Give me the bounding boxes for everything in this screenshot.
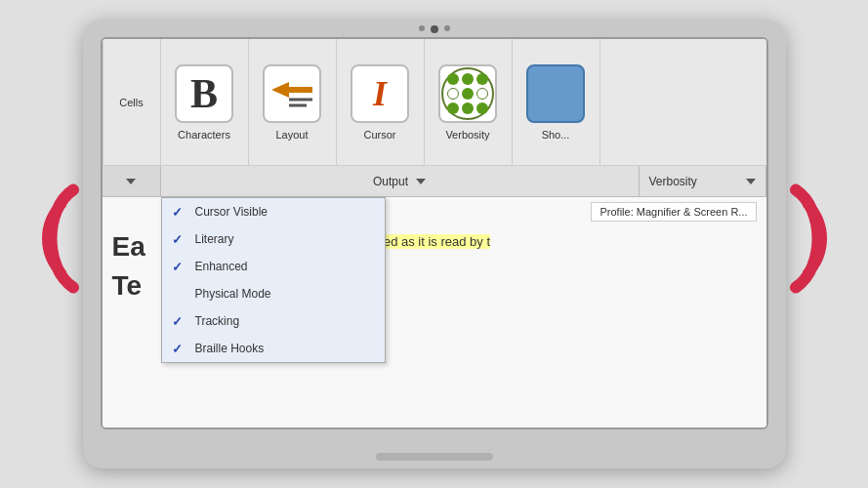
menu-item-cursor-visible[interactable]: ✓ Cursor Visible — [162, 198, 385, 225]
laptop-camera — [419, 25, 450, 33]
toolbar-item-characters[interactable]: B Characters — [161, 39, 249, 165]
v-dot-1 — [447, 73, 459, 85]
verbosity-icon-box — [438, 64, 497, 123]
verbosity-nav-label: Verbosity — [649, 175, 697, 188]
cursor-i-icon: I — [373, 73, 387, 114]
laptop-screen: Cells B Characters — [101, 37, 768, 429]
label-tracking: Tracking — [195, 314, 240, 328]
output-dropdown[interactable]: Output — [161, 166, 640, 196]
check-enhanced: ✓ — [172, 260, 187, 274]
verbosity-dropdown[interactable]: Verbosity — [640, 166, 766, 196]
camera-dot-right — [444, 25, 450, 31]
show-label: Sho... — [542, 129, 570, 141]
content-area: ✓ Cursor Visible ✓ Literary ✓ Enhanced — [103, 197, 766, 427]
label-literary: Literary — [195, 232, 234, 246]
v-dot-9 — [476, 102, 488, 114]
laptop: Cells B Characters — [83, 20, 786, 468]
toolbar-item-layout[interactable]: Layout — [249, 39, 337, 165]
sound-wave-left — [34, 181, 88, 308]
output-label: Output — [373, 175, 408, 188]
cells-label: Cells — [119, 97, 143, 108]
label-braille-hooks: Braille Hooks — [195, 342, 265, 355]
check-literary: ✓ — [172, 232, 187, 247]
text-ea: Ea — [112, 231, 145, 263]
output-dropdown-arrow — [416, 179, 426, 184]
layout-icon-box — [263, 64, 321, 123]
screen-content: Cells B Characters — [103, 39, 766, 427]
cursor-label: Cursor — [363, 129, 395, 141]
nav-arrow-left — [126, 179, 136, 184]
svg-marker-0 — [271, 82, 312, 98]
verbosity-label: Verbosity — [445, 129, 489, 141]
menu-item-braille-hooks[interactable]: ✓ Braille Hooks — [162, 335, 385, 362]
cursor-icon-box: I — [351, 64, 409, 123]
toolbar: Cells B Characters — [103, 39, 766, 166]
verbosity-dots — [441, 67, 494, 120]
toolbar-item-cells[interactable]: Cells — [103, 39, 161, 165]
characters-icon-box: B — [175, 64, 233, 123]
profile-bar: Profile: Magnifier & Screen R... — [591, 202, 756, 222]
label-enhanced: Enhanced — [195, 260, 248, 273]
menu-item-enhanced[interactable]: ✓ Enhanced — [162, 253, 385, 280]
menu-item-literary[interactable]: ✓ Literary — [162, 225, 385, 253]
sound-wave-right — [781, 181, 835, 308]
check-tracking: ✓ — [172, 314, 187, 329]
characters-label: Characters — [178, 129, 230, 141]
v-dot-7 — [447, 102, 459, 114]
label-physical-mode: Physical Mode — [195, 287, 271, 301]
layout-label: Layout — [275, 129, 308, 141]
check-braille-hooks: ✓ — [172, 342, 187, 356]
v-dot-6 — [476, 88, 488, 100]
dropdown-menu: ✓ Cursor Visible ✓ Literary ✓ Enhanced — [161, 197, 386, 363]
v-dot-4 — [447, 88, 459, 100]
toolbar-item-show[interactable]: Sho... — [513, 39, 600, 165]
v-dot-8 — [462, 102, 474, 114]
verbosity-circle-icon — [441, 67, 494, 120]
bold-b-icon: B — [190, 70, 218, 117]
label-cursor-visible: Cursor Visible — [195, 205, 268, 219]
profile-text: Profile: Magnifier & Screen R... — [599, 206, 747, 218]
v-dot-5 — [462, 88, 474, 100]
layout-icon — [268, 70, 316, 117]
nav-left-spacer — [103, 166, 161, 196]
v-dot-3 — [476, 73, 488, 85]
laptop-container: Cells B Characters — [34, 10, 835, 478]
navbar: Output Verbosity — [103, 166, 766, 197]
menu-item-tracking[interactable]: ✓ Tracking — [162, 307, 385, 335]
camera-dot-left — [419, 25, 425, 31]
toolbar-item-cursor[interactable]: I Cursor — [337, 39, 425, 165]
menu-item-physical-mode[interactable]: Physical Mode — [162, 280, 385, 307]
check-cursor-visible: ✓ — [172, 205, 187, 220]
show-icon-box — [526, 64, 585, 123]
camera-dot-main — [431, 25, 438, 33]
toolbar-item-verbosity[interactable]: Verbosity — [425, 39, 513, 165]
verbosity-dropdown-arrow — [746, 179, 756, 184]
text-te: Te — [112, 270, 143, 302]
v-dot-2 — [462, 73, 474, 85]
